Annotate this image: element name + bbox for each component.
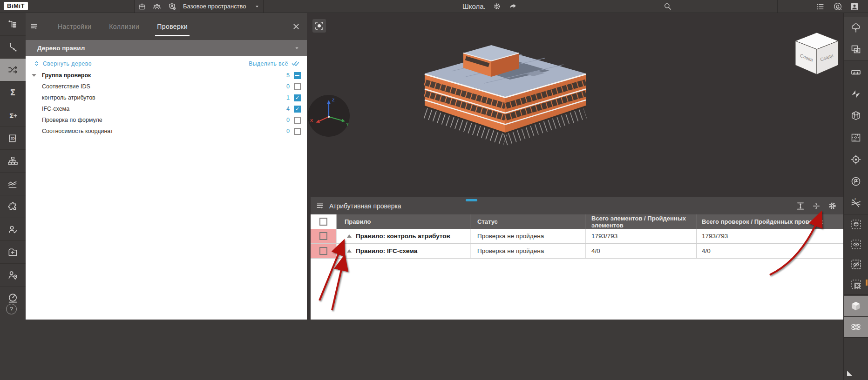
column-header-elements[interactable]: Всего элементов / Пройденных элементов xyxy=(585,214,697,229)
clipped-edge-marker xyxy=(866,280,868,286)
show-selection-icon[interactable] xyxy=(844,234,868,254)
roles-shield-icon[interactable] xyxy=(168,2,176,11)
environment-tree-icon[interactable] xyxy=(844,17,868,39)
select-all-link[interactable]: Выделить всё xyxy=(249,60,301,67)
tree-item-checkbox[interactable] xyxy=(294,106,301,113)
charts-trend-icon[interactable] xyxy=(0,173,26,195)
selection-frames-icon[interactable] xyxy=(844,39,868,60)
row-checkbox[interactable] xyxy=(319,232,327,240)
tree-item[interactable]: Проверка по формуле 0 xyxy=(26,114,307,126)
fit-height-icon[interactable] xyxy=(794,200,807,212)
locate-target-icon[interactable] xyxy=(844,148,868,170)
table-row[interactable]: Правило: IFC-схема Проверка не пройдена … xyxy=(311,244,844,259)
tree-item[interactable]: контроль атрибутов 1 xyxy=(26,92,307,103)
shaded-view-cube-icon[interactable] xyxy=(844,296,868,316)
user-approve-icon[interactable] xyxy=(0,218,26,241)
row-expand-icon[interactable] xyxy=(347,234,352,238)
chevron-down-icon xyxy=(254,3,260,10)
panel-menu-icon[interactable] xyxy=(315,200,326,212)
orbit-mode-icon[interactable] xyxy=(844,317,868,337)
tree-toolbar: Свернуть дерево Выделить всё xyxy=(26,56,307,70)
tree-item-checkbox[interactable] xyxy=(294,128,301,135)
fit-view-icon[interactable] xyxy=(312,19,326,33)
project-settings-gear-icon[interactable] xyxy=(493,2,502,11)
shared-folder-icon[interactable] xyxy=(0,241,26,264)
axes-intersection-icon[interactable]: 12 xyxy=(844,192,868,214)
hide-selection-icon[interactable] xyxy=(844,254,868,274)
column-header-checks[interactable]: Всего проверок / Пройденных проверок xyxy=(697,214,844,229)
share-icon[interactable] xyxy=(509,2,517,11)
axis-gizmo[interactable]: Z Y X xyxy=(307,94,351,138)
workspace-selector[interactable]: Базовое пространство xyxy=(179,0,264,13)
model-tree-icon[interactable] xyxy=(0,13,26,36)
project-title: Школа. xyxy=(462,2,486,10)
building-model[interactable] xyxy=(396,44,615,160)
rule-checks: 1793/793 xyxy=(697,229,844,243)
search-icon[interactable] xyxy=(663,2,672,11)
resize-grip[interactable] xyxy=(847,371,852,376)
tree-item-label: Группа проверок xyxy=(42,72,91,79)
column-header-rule[interactable]: Правило xyxy=(337,214,470,229)
tree-item-count: 0 xyxy=(283,83,290,90)
list-menu-icon[interactable] xyxy=(816,2,825,11)
collapse-rows-icon[interactable] xyxy=(810,200,822,212)
panel-menu-icon[interactable] xyxy=(29,21,40,32)
isolate-selection-icon[interactable] xyxy=(844,214,868,234)
section-plane-icon[interactable] xyxy=(844,83,868,105)
account-icon[interactable] xyxy=(850,2,859,11)
tree-item-checkbox[interactable] xyxy=(294,72,301,79)
drawings-2d-icon[interactable]: 2D xyxy=(0,127,26,150)
tree-item-checkbox[interactable] xyxy=(294,117,301,124)
relations-branch-icon[interactable] xyxy=(0,36,26,59)
rule-elements: 1793/793 xyxy=(585,229,697,243)
tree-item-count: 4 xyxy=(283,106,290,112)
user-location-icon[interactable] xyxy=(0,264,26,287)
rule-tree-dropdown[interactable]: Дерево правил xyxy=(26,40,307,56)
table-row[interactable]: Правило: контроль атрибутов Проверка не … xyxy=(311,229,844,244)
tree-item-label: Соотносимость координат xyxy=(42,128,113,134)
column-header-status[interactable]: Статус xyxy=(470,214,585,229)
clear-selection-icon[interactable] xyxy=(844,274,868,294)
tree-item-label: контроль атрибутов xyxy=(42,94,95,101)
row-checkbox[interactable] xyxy=(319,247,327,255)
tree-item[interactable]: Группа проверок 5 xyxy=(26,70,307,81)
plugins-puzzle-icon[interactable] xyxy=(0,195,26,218)
chevron-down-icon xyxy=(293,45,300,52)
section-box-icon[interactable] xyxy=(844,105,868,127)
tree-item[interactable]: Соотносимость координат 0 xyxy=(26,126,307,137)
viewport-3d[interactable]: Z Y X Слева Сзади Атрибутивная проверка xyxy=(307,13,844,320)
collapse-tree-link[interactable]: Свернуть дерево xyxy=(34,60,92,67)
tab-collisions[interactable]: Коллизии xyxy=(109,23,139,30)
panel-resize-handle[interactable] xyxy=(466,199,477,201)
checks-shuffle-icon[interactable] xyxy=(0,59,26,81)
briefcase-icon[interactable] xyxy=(138,2,146,11)
tab-checks[interactable]: Проверки xyxy=(157,23,188,30)
rule-tree-title: Дерево правил xyxy=(37,45,85,52)
tree-item-checkbox[interactable] xyxy=(294,83,301,90)
table-settings-gear-icon[interactable] xyxy=(826,200,838,212)
select-all-checkbox[interactable] xyxy=(319,218,327,226)
rule-status: Проверка не пройдена xyxy=(470,229,585,243)
tree-item-count: 0 xyxy=(283,117,290,123)
sum-icon[interactable]: Σ xyxy=(0,81,26,104)
close-icon[interactable] xyxy=(292,22,300,31)
double-check-icon xyxy=(292,60,301,67)
tree-item[interactable]: Соответствие IDS 0 xyxy=(26,81,307,92)
flag-marker-icon[interactable] xyxy=(844,170,868,192)
sum-add-icon[interactable]: Σ xyxy=(0,104,26,127)
row-expand-icon[interactable] xyxy=(347,249,352,253)
measure-ruler-icon[interactable] xyxy=(844,61,868,83)
collapse-updown-icon xyxy=(34,60,40,67)
team-icon[interactable] xyxy=(153,2,161,11)
navigation-cube[interactable]: Слева Сзади xyxy=(793,30,841,76)
notifications-bell-icon[interactable] xyxy=(833,2,842,11)
left-tool-rail: Σ Σ 2D xyxy=(0,13,26,380)
help-button[interactable]: ? xyxy=(6,304,17,314)
expander-icon[interactable] xyxy=(32,74,36,77)
floor-plan-icon[interactable] xyxy=(844,127,868,148)
structure-orgchart-icon[interactable] xyxy=(0,150,26,173)
table-header-row: Правило Статус Всего элементов / Пройден… xyxy=(311,214,844,229)
tab-settings[interactable]: Настройки xyxy=(58,23,91,30)
tree-item[interactable]: IFC-схема 4 xyxy=(26,103,307,114)
tree-item-checkbox[interactable] xyxy=(294,94,301,101)
